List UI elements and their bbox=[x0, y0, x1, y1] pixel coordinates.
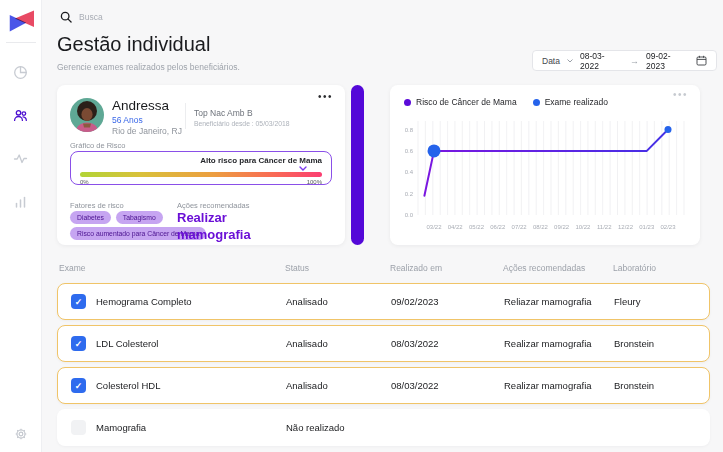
arrow-right-icon: → bbox=[630, 56, 639, 66]
risk-line-chart: 0.80.60.40.20.003/2204/2205/2206/2207/22… bbox=[398, 113, 692, 233]
svg-text:04/22: 04/22 bbox=[448, 224, 464, 230]
risk-chart-card: Risco de Câncer de Mama Exame realizado … bbox=[390, 85, 700, 245]
svg-text:12/22: 12/22 bbox=[618, 224, 634, 230]
exam-date: 08/03/2022 bbox=[391, 338, 504, 349]
chevron-down-icon bbox=[299, 166, 307, 171]
sidebar-item-settings[interactable] bbox=[13, 426, 29, 442]
column-header-status: Status bbox=[285, 263, 390, 273]
chevron-down-icon bbox=[567, 59, 573, 63]
divider bbox=[185, 103, 186, 129]
column-header-realizado-em: Realizado em bbox=[390, 263, 503, 273]
activity-icon bbox=[13, 151, 28, 166]
exam-status: Não realizado bbox=[286, 422, 391, 433]
exam-status: Analisado bbox=[286, 338, 391, 349]
exam-date: 09/02/2023 bbox=[391, 296, 504, 307]
table-row[interactable]: Hemograma Completo Analisado 09/02/2023 … bbox=[57, 283, 710, 320]
exam-lab: Bronstein bbox=[614, 338, 709, 349]
exam-status: Analisado bbox=[286, 380, 391, 391]
svg-text:07/22: 07/22 bbox=[512, 224, 528, 230]
sidebar-item-activity[interactable] bbox=[13, 150, 29, 166]
svg-text:0.0: 0.0 bbox=[405, 212, 414, 218]
table-row[interactable]: Mamografia Não realizado bbox=[57, 409, 710, 446]
more-options-icon[interactable]: ••• bbox=[318, 91, 333, 102]
exam-action: Realizar mamografia bbox=[504, 338, 614, 349]
column-header-acoes: Ações recomendadas bbox=[503, 263, 613, 273]
patient-plan: Top Nac Amb B bbox=[194, 108, 253, 118]
gauge-min-label: 0% bbox=[80, 179, 89, 185]
risk-factor-chips: Diabetes Tabagismo bbox=[70, 211, 163, 224]
svg-text:06/22: 06/22 bbox=[490, 224, 506, 230]
page-subtitle: Gerencie exames realizados pelos benefic… bbox=[57, 62, 240, 72]
date-start-value[interactable]: 08-03-2022 bbox=[580, 51, 623, 71]
risk-factors-label: Fatores de risco bbox=[70, 201, 124, 210]
more-options-icon[interactable]: ••• bbox=[673, 89, 688, 100]
row-checkbox[interactable] bbox=[71, 378, 86, 393]
gear-icon bbox=[14, 427, 28, 441]
date-range-picker[interactable]: Data 08-03-2022 → 09-02-2023 bbox=[532, 50, 717, 71]
sidebar-item-reports[interactable] bbox=[13, 193, 29, 209]
svg-text:0.2: 0.2 bbox=[405, 191, 414, 197]
patient-name: Andressa bbox=[112, 98, 169, 113]
date-end-value[interactable]: 09-02-2023 bbox=[646, 51, 689, 71]
calendar-icon[interactable] bbox=[696, 55, 707, 66]
svg-text:02/23: 02/23 bbox=[660, 224, 676, 230]
app-logo-icon bbox=[6, 8, 36, 43]
patient-member-since: Beneficiário desde : 05/03/2018 bbox=[194, 120, 290, 127]
table-row[interactable]: LDL Colesterol Analisado 08/03/2022 Real… bbox=[57, 325, 710, 362]
legend-label: Exame realizado bbox=[545, 97, 608, 107]
svg-text:05/22: 05/22 bbox=[469, 224, 485, 230]
date-filter-label: Data bbox=[542, 56, 560, 66]
column-header-exame: Exame bbox=[57, 263, 285, 273]
sidebar-nav bbox=[13, 64, 29, 209]
search-bar bbox=[60, 11, 299, 23]
svg-text:01/23: 01/23 bbox=[639, 224, 655, 230]
table-header: Exame Status Realizado em Ações recomend… bbox=[57, 263, 710, 273]
legend-label: Risco de Câncer de Mama bbox=[416, 97, 517, 107]
patient-card: Andressa 56 Anos Rio de Janeiro, RJ Top … bbox=[57, 85, 345, 245]
exam-lab: Fleury bbox=[614, 296, 709, 307]
patient-age: 56 Anos bbox=[112, 115, 143, 125]
exam-action: Realizar mamografia bbox=[504, 380, 614, 391]
column-header-laboratorio: Laboratório bbox=[613, 263, 710, 273]
users-icon bbox=[13, 108, 28, 123]
search-input[interactable] bbox=[79, 12, 299, 22]
exam-action: Reliazar mamografia bbox=[504, 296, 614, 307]
row-checkbox[interactable] bbox=[71, 336, 86, 351]
risk-gradient-bar bbox=[80, 172, 322, 177]
sidebar-item-beneficiaries[interactable] bbox=[13, 107, 29, 123]
exam-lab: Bronstein bbox=[614, 380, 709, 391]
svg-text:03/22: 03/22 bbox=[426, 224, 442, 230]
bar-chart-icon bbox=[13, 194, 28, 209]
svg-text:0.4: 0.4 bbox=[405, 169, 414, 175]
exam-date: 08/03/2022 bbox=[391, 380, 504, 391]
vertical-scrollbar[interactable] bbox=[351, 85, 364, 245]
avatar bbox=[70, 98, 104, 132]
svg-text:0.8: 0.8 bbox=[405, 127, 414, 133]
exam-status: Analisado bbox=[286, 296, 391, 307]
svg-text:11/22: 11/22 bbox=[597, 224, 612, 230]
risk-alert-text: Alto risco para Câncer de Mama bbox=[200, 156, 322, 165]
risk-section-label: Gráfico de Risco bbox=[70, 141, 125, 150]
legend-item-risk: Risco de Câncer de Mama bbox=[404, 97, 517, 107]
exam-name: LDL Colesterol bbox=[96, 338, 158, 349]
legend-item-exam: Exame realizado bbox=[533, 97, 608, 107]
svg-text:0.6: 0.6 bbox=[405, 148, 414, 154]
pie-chart-icon bbox=[13, 65, 28, 80]
risk-gauge-box: Alto risco para Câncer de Mama 0% 100% bbox=[70, 151, 332, 185]
chart-legend: Risco de Câncer de Mama Exame realizado bbox=[404, 97, 608, 107]
svg-text:08/22: 08/22 bbox=[533, 224, 549, 230]
risk-factor-chip: Diabetes bbox=[70, 211, 111, 224]
patient-location: Rio de Janeiro, RJ bbox=[112, 126, 182, 136]
page-title: Gestão individual bbox=[57, 33, 210, 56]
exam-name: Mamografia bbox=[96, 422, 146, 433]
table-row[interactable]: Colesterol HDL Analisado 08/03/2022 Real… bbox=[57, 367, 710, 404]
sidebar-item-dashboard[interactable] bbox=[13, 64, 29, 80]
row-checkbox[interactable] bbox=[71, 420, 86, 435]
risk-factor-chip: Tabagismo bbox=[116, 211, 163, 224]
exam-name: Colesterol HDL bbox=[96, 380, 160, 391]
recommended-actions-label: Ações recomendadas bbox=[177, 201, 250, 210]
svg-text:09/22: 09/22 bbox=[554, 224, 570, 230]
row-checkbox[interactable] bbox=[71, 294, 86, 309]
sidebar bbox=[0, 0, 42, 452]
gauge-max-label: 100% bbox=[307, 179, 322, 185]
